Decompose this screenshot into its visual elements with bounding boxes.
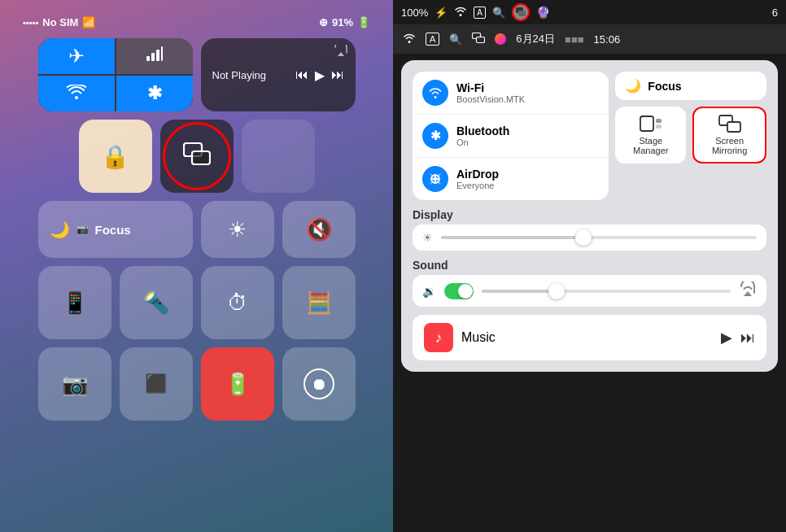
focus-label-left: Focus [95, 223, 131, 237]
connectivity-block: ✈ [38, 38, 193, 111]
wifi-net-label: Wi-Fi [456, 81, 525, 94]
mac-menu-bar: 100% ⚡ A 🔍 🔮 6 [393, 0, 786, 24]
flashlight-icon: 🔦 [143, 290, 169, 316]
calculator-tile[interactable]: 🧮 [282, 266, 356, 339]
top-section: Wi-Fi BoostVision.MTK ✱ Bluetooth On [413, 72, 766, 200]
battery-tile[interactable]: 🔋 [201, 347, 274, 421]
cellular-icon [146, 45, 164, 68]
volume-slider-icon: 🔉 [422, 285, 436, 298]
screen-mirroring-tile[interactable]: Screen Mirroring [692, 107, 766, 164]
cellular-tile[interactable] [116, 38, 193, 74]
airdrop-net-label: AirDrop [456, 168, 499, 181]
mac-menu-bar-2: A 🔍 6月24日 ■■■ 15:06 [393, 24, 786, 54]
camera-icon-small: 📷 [76, 224, 89, 235]
play-icon[interactable]: ▶ [315, 68, 325, 83]
focus-moon-mac-icon: 🌙 [625, 78, 641, 94]
airplane-tile[interactable]: ✈ [38, 38, 115, 74]
date-label: 6月24日 [516, 32, 555, 46]
brightness-icon: ☀ [228, 217, 247, 242]
iphone-wifi-icon: 📶 [82, 16, 95, 28]
wifi-bar2-icon[interactable] [403, 33, 416, 46]
qr-tile[interactable]: ⬛ [120, 347, 193, 421]
mirror-bar2[interactable] [472, 33, 485, 46]
lock-rotation-icon: 🔒 [101, 143, 129, 170]
screen-mirror-icon-left [183, 142, 211, 170]
airdrop-net-icon [422, 166, 448, 192]
brightness-thumb[interactable] [575, 229, 592, 246]
airdrop-row[interactable]: AirDrop Everyone [413, 158, 609, 200]
translate-bar2[interactable]: A [426, 33, 439, 46]
avatar-menu[interactable] [512, 3, 530, 21]
iphone-location-icon: ⊕ [319, 16, 328, 28]
battery-pct-label: 100% [401, 7, 428, 19]
mac-control-center-panel: 100% ⚡ A 🔍 🔮 6 [393, 0, 786, 532]
wifi-cc-icon [67, 83, 86, 104]
translate-icon[interactable]: A [474, 7, 486, 19]
search-bar2[interactable]: 🔍 [449, 33, 462, 46]
sound-section: Sound 🔉 [413, 259, 766, 307]
siri-icon[interactable]: 🔮 [536, 6, 550, 19]
brightness-slider-icon: ☀ [422, 231, 433, 244]
camera-tile[interactable]: 📷 [38, 347, 111, 421]
search-icon-menu[interactable]: 🔍 [492, 7, 505, 19]
airplane-icon: ✈ [68, 45, 85, 68]
forward-icon[interactable]: ⏭ [331, 68, 344, 82]
remote-tile[interactable]: 📱 [38, 266, 111, 339]
flashlight-tile[interactable]: 🔦 [120, 266, 193, 339]
svg-rect-3 [161, 46, 163, 61]
music-tile[interactable]: Not Playing ⏮ ▶ ⏭ [201, 38, 356, 111]
focus-mac-tile[interactable]: 🌙 Focus [615, 72, 766, 100]
right-col: 🌙 Focus Stage Manager [615, 72, 766, 200]
sound-label: Sound [413, 259, 766, 272]
airdrop-net-sub: Everyone [456, 181, 499, 190]
mac-play-icon[interactable]: ▶ [721, 329, 732, 347]
mac-forward-icon[interactable]: ⏭ [740, 329, 755, 347]
brightness-tile[interactable]: ☀ [201, 201, 274, 258]
bluetooth-cc-tile[interactable]: ✱ [116, 76, 193, 111]
wifi-menu-icon[interactable] [454, 7, 467, 19]
not-playing-label: Not Playing [212, 69, 289, 81]
brightness-track[interactable] [441, 236, 757, 239]
charging-icon: ⚡ [434, 7, 448, 19]
svg-rect-2 [156, 50, 159, 61]
display-label: Display [413, 208, 766, 221]
svg-rect-0 [146, 56, 150, 61]
shutter-icon: ⏺ [303, 368, 334, 399]
sound-thumb[interactable] [548, 283, 565, 299]
sound-toggle[interactable] [444, 283, 474, 299]
screen-mirror-tile-left[interactable] [160, 120, 234, 193]
music-controls: ⏮ ▶ ⏭ [295, 68, 344, 83]
remote-icon: 📱 [62, 290, 88, 316]
sound-fill [482, 290, 557, 293]
lock-rotation-tile[interactable]: 🔒 [79, 120, 152, 193]
sound-track[interactable] [482, 290, 731, 293]
airplay-icon[interactable] [334, 45, 347, 59]
calculator-icon: 🧮 [306, 290, 332, 316]
svg-rect-5 [192, 151, 210, 164]
cc-row-2: 🔒 [16, 120, 377, 193]
focus-tile-left[interactable]: 🌙 📷 Focus [38, 201, 193, 258]
mac-time-display: 6 [772, 7, 778, 19]
iphone-carrier: No SIM [42, 16, 78, 28]
sound-airplay-icon[interactable] [739, 281, 757, 300]
focus-mac-label: Focus [648, 80, 681, 93]
stage-manager-tile[interactable]: Stage Manager [615, 107, 686, 164]
rewind-icon[interactable]: ⏮ [295, 68, 308, 82]
cc-mac-main: Wi-Fi BoostVision.MTK ✱ Bluetooth On [401, 60, 778, 372]
svg-rect-7 [518, 11, 526, 16]
mute-tile[interactable]: 🔇 [282, 201, 356, 258]
iphone-dots: ••••• [23, 18, 38, 28]
music-mac-controls: ▶ ⏭ [721, 329, 755, 347]
date-placeholder: ■■■ [565, 33, 584, 46]
bluetooth-row[interactable]: ✱ Bluetooth On [413, 115, 609, 158]
screen-mirroring-label: Screen Mirroring [702, 136, 757, 155]
stage-manager-label: Stage Manager [623, 136, 678, 155]
shutter-tile[interactable]: ⏺ [282, 347, 356, 421]
wifi-cc-tile[interactable] [38, 76, 115, 111]
music-mac-tile[interactable]: ♪ Music ▶ ⏭ [413, 315, 766, 360]
iphone-battery-pct: 91% [332, 16, 353, 28]
display-section: Display ☀ [413, 208, 766, 251]
timer-tile[interactable]: ⏱ [201, 266, 274, 339]
time-label: 15:06 [594, 33, 621, 46]
wifi-row[interactable]: Wi-Fi BoostVision.MTK [413, 72, 609, 115]
